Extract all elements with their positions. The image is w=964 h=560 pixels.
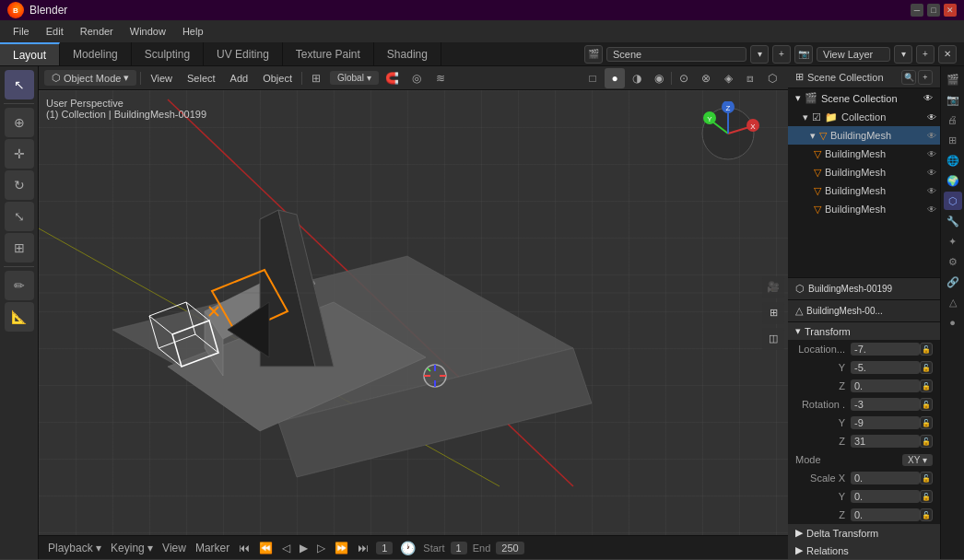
window-controls[interactable]: ─ □ ✕ [911,4,957,17]
viewport-overlay-3[interactable]: ◈ [718,68,738,88]
location-y-value[interactable]: -5. [851,361,920,374]
viewport-xray[interactable]: ⧈ [740,68,760,88]
prev-frame-button[interactable]: ⏪ [257,540,275,556]
viewport-shading-solid[interactable]: ● [605,68,625,88]
rotation-x-lock[interactable]: 🔓 [920,398,933,411]
rotation-z-value[interactable]: 31 [851,435,920,448]
jump-end-button[interactable]: ⏭ [356,540,370,556]
perspective-ortho-icon[interactable]: ⊞ [762,302,784,324]
viewport-extra[interactable]: ⬡ [762,68,782,88]
properties-scene2-icon[interactable]: 🌐 [944,151,962,169]
select-button[interactable]: Select [182,71,221,86]
tool-rotate[interactable]: ↻ [5,170,34,200]
object-mode-button[interactable]: ⬡ Object Mode ▾ [44,70,136,86]
properties-physics-icon[interactable]: ⚙ [944,252,962,271]
snap-icon[interactable]: 🧲 [382,68,403,88]
tab-shading[interactable]: Shading [374,42,441,65]
next-frame-button[interactable]: ⏩ [333,540,350,556]
location-x-lock[interactable]: 🔓 [920,343,933,356]
tab-layout[interactable]: Layout [0,42,60,65]
scene-menu-icon[interactable]: ▾ [750,45,769,64]
tab-uv-editing[interactable]: UV Editing [204,42,283,65]
menu-file[interactable]: File [6,24,37,39]
proportional-edit-icon[interactable]: ◎ [406,68,427,88]
outliner-item-2[interactable]: ▽ BuildingMesh 👁 [788,163,940,181]
properties-constraints-icon[interactable]: 🔗 [944,273,962,291]
transform-section[interactable]: ▾ Transform [788,322,940,340]
rotation-y-lock[interactable]: 🔓 [920,416,933,429]
eye-icon-4[interactable]: 👁 [927,204,936,215]
tool-annotate[interactable]: ✏ [5,271,34,300]
location-z-value[interactable]: 0. [851,379,920,392]
play-button[interactable]: ▶ [298,540,310,556]
scene-add-icon[interactable]: + [772,45,791,64]
tool-measure[interactable]: 📐 [5,302,34,332]
delta-transform-section[interactable]: ▶ Delta Transform [788,524,940,542]
timeline-view-button[interactable]: View [160,540,188,556]
mode-selector[interactable]: XY ▾ [902,454,933,466]
rotation-z-lock[interactable]: 🔓 [920,435,933,448]
scale-x-value[interactable]: 0. [851,472,920,484]
close-button[interactable]: ✕ [944,4,957,17]
next-keyframe-button[interactable]: ▷ [315,540,327,556]
viewport-overlay-2[interactable]: ⊗ [696,68,716,88]
eye-icon-2[interactable]: 👁 [927,168,936,178]
properties-particles-icon[interactable]: ✦ [944,232,962,251]
eye-icon-0[interactable]: 👁 [927,131,936,141]
rotation-x-value[interactable]: -3 [851,398,920,411]
scene-eye-icon[interactable]: 👁 [923,93,933,103]
outliner-item-1[interactable]: ▽ BuildingMesh 👁 [788,145,940,163]
properties-modifier-icon[interactable]: 🔧 [944,212,962,230]
scale-z-value[interactable]: 0. [851,508,920,521]
add-button[interactable]: Add [225,71,254,86]
properties-object-icon[interactable]: ⬡ [944,192,962,210]
menu-render[interactable]: Render [73,24,121,39]
properties-output-icon[interactable]: 🖨 [944,111,962,129]
viewport-shading-render[interactable]: ◉ [649,68,669,88]
rotation-y-value[interactable]: -9 [851,416,920,429]
collection-row[interactable]: ▾ ☑ 📁 Collection 👁 [788,108,940,126]
tab-texture-paint[interactable]: Texture Paint [283,42,374,65]
tab-sculpting[interactable]: Sculpting [132,42,204,65]
scene-collection-row[interactable]: ▾ 🎬 Scene Collection 👁 [788,88,940,108]
eye-icon-3[interactable]: 👁 [927,186,936,196]
tool-move[interactable]: ✛ [5,139,34,169]
collection-eye[interactable]: 👁 [927,112,936,122]
prev-keyframe-button[interactable]: ◁ [280,540,292,556]
properties-world-icon[interactable]: 🌍 [944,171,962,190]
current-frame[interactable]: 1 [376,542,393,554]
location-z-lock[interactable]: 🔓 [920,379,933,392]
view-layer-remove[interactable]: ✕ [938,45,957,64]
viewport-shading-material[interactable]: ◑ [627,68,647,88]
menu-help[interactable]: Help [175,24,211,39]
viewport-3d[interactable]: User Perspective (1) Collection | Buildi… [39,90,788,535]
view-button[interactable]: View [145,71,178,86]
scale-y-lock[interactable]: 🔓 [920,490,933,503]
tool-select[interactable]: ↖ [5,70,34,99]
scene-name-input[interactable] [606,47,747,62]
object-button[interactable]: Object [257,71,298,86]
camera-view-icon[interactable]: 🎥 [762,276,784,298]
transform-space-button[interactable]: Global ▾ [330,71,379,85]
maximize-button[interactable]: □ [927,4,940,17]
navigation-gizmo[interactable]: X Y Z [696,101,760,166]
properties-scene-icon[interactable]: 🎬 [944,70,962,88]
outliner-item-4[interactable]: ▽ BuildingMesh 👁 [788,200,940,218]
view-layer-menu[interactable]: ▾ [894,45,912,64]
menu-window[interactable]: Window [123,24,173,39]
eye-icon-1[interactable]: 👁 [927,149,936,159]
end-frame[interactable]: 250 [496,542,523,554]
jump-start-button[interactable]: ⏮ [237,540,252,556]
keying-button[interactable]: Keying ▾ [109,540,155,556]
outliner-item-3[interactable]: ▽ BuildingMesh 👁 [788,181,940,200]
local-view-icon[interactable]: ◫ [762,328,784,350]
minimize-button[interactable]: ─ [911,4,923,17]
outliner-add-icon[interactable]: + [918,70,933,85]
more-icon[interactable]: ≋ [430,68,451,88]
scene-icon[interactable]: 🎬 [584,45,603,64]
tool-transform[interactable]: ⊞ [5,233,34,262]
properties-render-icon[interactable]: 📷 [944,90,962,109]
properties-data-icon[interactable]: △ [944,293,962,311]
tool-cursor[interactable]: ⊕ [5,108,34,137]
scale-z-lock[interactable]: 🔓 [920,508,933,521]
